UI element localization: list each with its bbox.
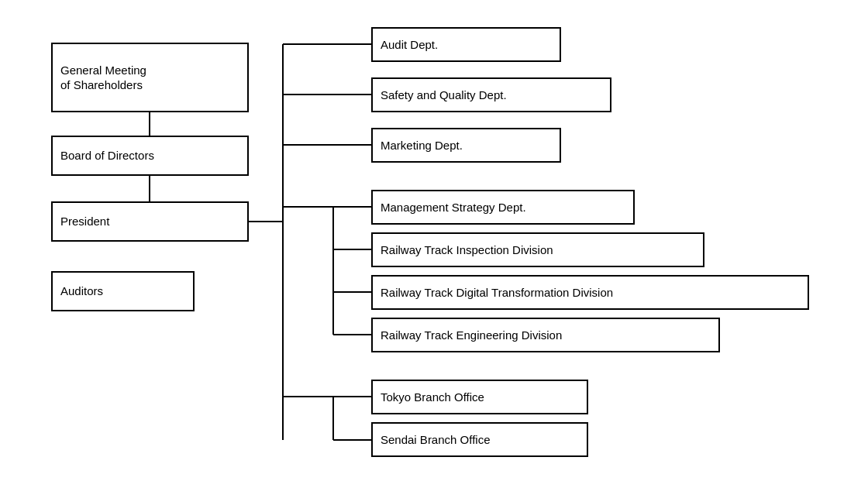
auditors-box: Auditors	[51, 271, 195, 311]
safety-dept-box: Safety and Quality Dept.	[371, 77, 611, 112]
marketing-dept-box: Marketing Dept.	[371, 128, 561, 163]
track-engineering-box: Railway Track Engineering Division	[371, 318, 720, 352]
track-inspection-box: Railway Track Inspection Division	[371, 232, 704, 267]
tokyo-branch-box: Tokyo Branch Office	[371, 380, 588, 414]
sendai-branch-box: Sendai Branch Office	[371, 422, 588, 457]
shareholders-box: General Meeting of Shareholders	[51, 43, 249, 112]
audit-dept-box: Audit Dept.	[371, 27, 561, 62]
mgmt-strategy-box: Management Strategy Dept.	[371, 190, 635, 225]
board-box: Board of Directors	[51, 136, 249, 176]
org-chart: General Meeting of Shareholders Board of…	[0, 0, 868, 488]
track-digital-box: Railway Track Digital Transformation Div…	[371, 275, 809, 310]
president-box: President	[51, 201, 249, 242]
